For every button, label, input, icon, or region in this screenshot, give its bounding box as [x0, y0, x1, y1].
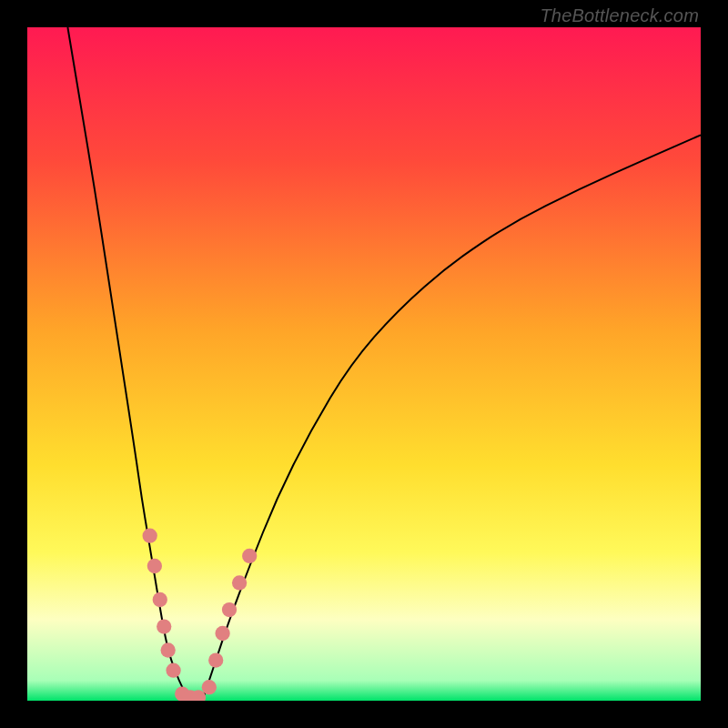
- data-marker: [161, 642, 176, 657]
- data-marker: [202, 680, 217, 694]
- data-marker: [208, 652, 223, 667]
- data-marker: [143, 529, 157, 543]
- data-marker: [157, 619, 171, 633]
- data-marker: [166, 663, 180, 678]
- chart-svg: [27, 27, 701, 701]
- data-marker: [215, 626, 229, 641]
- data-marker: [232, 575, 247, 590]
- watermark-text: TheBottleneck.com: [540, 5, 699, 26]
- data-marker: [153, 592, 167, 607]
- plot-area: [27, 27, 701, 701]
- data-marker: [222, 602, 237, 617]
- chart-frame: TheBottleneck.com: [0, 0, 728, 728]
- data-marker: [242, 549, 257, 563]
- chart-background: [27, 27, 701, 701]
- data-marker: [147, 559, 162, 573]
